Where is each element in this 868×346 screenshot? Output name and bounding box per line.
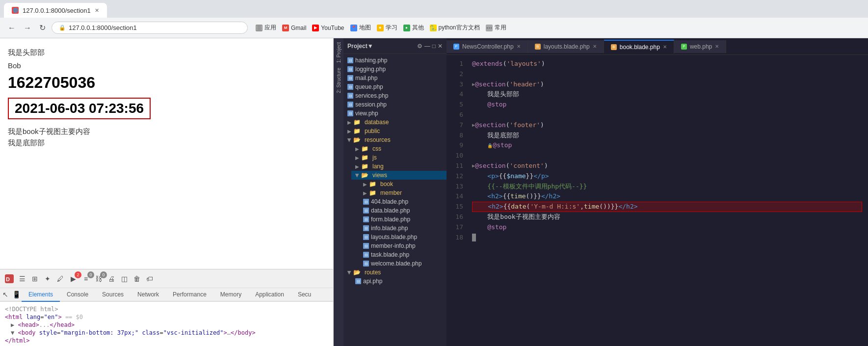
event-icon[interactable]: 🖊 [55,273,66,284]
list-item[interactable]: ⊟session.php [343,100,447,109]
folder-database[interactable]: ▶📁database [343,118,447,127]
bookmark-common-label: 常用 [495,24,506,32]
code-line-16: 我是book子视图主要内容 [472,212,862,222]
tab-security[interactable]: Secu [291,288,318,302]
tab-close-btn[interactable]: ✕ [95,7,99,14]
file-name: hashing.php [355,57,387,64]
devtools-cursor-icon[interactable]: ↖ [0,289,11,300]
folder-routes[interactable]: ▶📂routes [343,268,447,277]
editor-tab-layouts[interactable]: B layouts.blade.php ✕ [528,40,604,53]
devtools-device-icon[interactable]: 📱 [11,289,22,300]
reload-button[interactable]: ↻ [37,21,48,34]
bookmark-learn[interactable]: ★ 学习 [377,24,397,32]
list-item[interactable]: ⊟welcome.blade.php [359,259,447,268]
structure-label[interactable]: 2: Structure [336,68,342,93]
file-name: queue.php [355,83,383,90]
bookmark-youtube[interactable]: ▶ YouTube [312,25,344,31]
list-item[interactable]: ⊟mail.php [343,74,447,82]
tab-memory[interactable]: Memory [213,288,248,302]
code-line-1: @extends('layouts') [472,59,862,69]
project-label[interactable]: 1: Project [336,42,342,63]
ide-sidebar: 1: Project 2: Structure [334,38,343,346]
bookmark-common[interactable]: ⋯ 常用 [486,24,506,32]
list-item[interactable]: ⊟data.blade.php [359,206,447,215]
list-item[interactable]: ⊟member-info.php [359,241,447,250]
tree-expand-icon[interactable]: □ [432,43,436,50]
address-bar[interactable]: 🔒 127.0.0.1:8000/section1 [52,22,248,34]
page-content: 我是头部部 Bob 1622705036 2021-06-03 07:23:56… [0,38,333,269]
code-line-13: {{--模板文件中调用php代码--}} [472,182,862,192]
folder-views[interactable]: ▶📂views [351,171,447,180]
svg-text:D: D [6,276,10,282]
bookmark-other-label: 其他 [412,24,424,32]
folder-book-icon: 📁 [369,181,376,187]
other-icon: ● [403,25,410,31]
badge-icon-2: ≡ 0 [80,273,91,284]
page-name-text: Bob [8,61,325,70]
list-item[interactable]: ⊟layouts.blade.php [359,233,447,241]
computed-icon[interactable]: ✦ [42,273,53,284]
list-item[interactable]: ⊟404.blade.php [359,197,447,206]
list-item[interactable]: ⊟info.blade.php [359,224,447,233]
list-item[interactable]: ⊟logging.php [343,65,447,74]
forward-button[interactable]: → [22,22,33,34]
tab-sources[interactable]: Sources [95,288,131,302]
folder-public[interactable]: ▶📁public [343,127,447,135]
tab-performance[interactable]: Performance [166,288,213,302]
list-item[interactable]: ⊟queue.php [343,82,447,91]
editor-tab-web[interactable]: P web.php ✕ [674,40,726,53]
folder-js[interactable]: ▶📁js [351,153,447,162]
bookmark-maps[interactable]: 📍 地图 [350,24,371,32]
bookmark-apps[interactable]: ⋮⋮ 应用 [256,24,276,32]
page-datetime: 2021-06-03 07:23:56 [8,98,151,119]
bookmark-gmail[interactable]: M Gmail [282,25,306,31]
folder-views-icon: 📂 [361,172,368,179]
dt-html[interactable]: <html lang="en"> == $0 [5,314,328,320]
list-item[interactable]: ⊟task.blade.php [359,250,447,259]
bookmark-python[interactable]: 🐍 python官方文档 [430,24,480,32]
list-item[interactable]: ⊟api.php [351,277,447,286]
tab-elements[interactable]: Elements [22,288,60,302]
browser-tab[interactable]: 🌐 127.0.0.1:8000/section1 ✕ [4,3,107,18]
editor-tab-book[interactable]: B book.blade.php ✕ [604,40,674,53]
tab-close-web[interactable]: ✕ [715,44,719,49]
list-item[interactable]: ⊟form.blade.php [359,215,447,224]
devtools-tabs: ↖ 📱 Elements Console Sources Network Per… [0,288,333,302]
tab-close-book[interactable]: ✕ [663,44,667,50]
tab-network[interactable]: Network [131,288,166,302]
folder-book[interactable]: ▶📁book [359,180,447,188]
tree-minimize-icon[interactable]: — [424,43,430,50]
editor-tab-newscontroller[interactable]: P NewsController.php ✕ [447,40,528,53]
folder-lang-icon: 📁 [361,163,368,170]
tree-settings-icon[interactable]: ⚙ [417,43,422,50]
list-item[interactable]: ⊟services.php [343,91,447,100]
line-numbers: 1 2 3 4 5 6 7 8 9 10 11 12 13 14 15 16 1 [447,55,466,346]
dt-body[interactable]: ▼ <body style="margin-bottom: 37px;" cla… [5,329,328,336]
tab-close-newscontroller[interactable]: ✕ [517,44,521,49]
bookmark-other[interactable]: ● 其他 [403,24,424,32]
folder-js-icon: 📁 [361,154,368,161]
folder-lang[interactable]: ▶📁lang [351,162,447,171]
tag-icon[interactable]: 🏷 [144,273,155,284]
styles-icon[interactable]: ⊞ [29,273,40,284]
file-name: session.php [355,101,387,108]
tab-close-layouts[interactable]: ✕ [593,44,597,49]
back-button[interactable]: ← [6,22,18,34]
folder-member[interactable]: ▶📁member [359,188,447,197]
dt-head[interactable]: ▶ <head>...</head> [5,321,328,328]
tab-application[interactable]: Application [248,288,291,302]
folder-css[interactable]: ▶📁css [351,144,447,153]
layout-icon[interactable]: ◫ [119,273,130,284]
delete-icon[interactable]: 🗑 [132,273,142,284]
elements-icon[interactable]: ☰ [17,273,27,284]
code-content: @extends('layouts') ▶@section('header') … [466,55,868,346]
code-line-10 [472,151,862,161]
tree-close-icon[interactable]: ✕ [438,43,443,50]
tab-label-book: book.blade.php [620,44,660,51]
list-item[interactable]: ⊟view.php [343,109,447,118]
print-icon[interactable]: 🖨 [106,273,117,284]
tab-console[interactable]: Console [60,288,95,302]
folder-member-icon: 📁 [369,189,376,196]
folder-resources[interactable]: ▶📂resources [343,135,447,144]
list-item[interactable]: ⊟hashing.php [343,56,447,65]
